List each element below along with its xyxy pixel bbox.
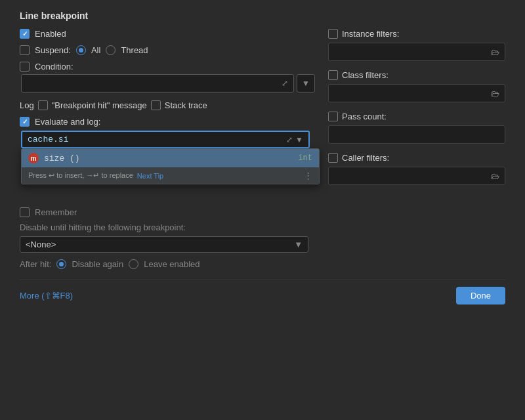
folder-icon[interactable]: 🗁 [491,171,499,181]
suspend-thread-radio[interactable] [106,45,116,55]
condition-checkbox[interactable] [20,62,30,72]
next-tip-link[interactable]: Next Tip [137,172,163,180]
more-options-icon[interactable]: ⋮ [304,171,312,180]
after-hit-label: After hit: [20,259,51,269]
suspend-checkbox[interactable] [20,45,30,55]
folder-icon[interactable]: 🗁 [491,89,499,98]
autocomplete-footer: Press ↩ to insert, →↵ to replace Next Ti… [22,167,319,184]
log-label: Log [20,100,34,110]
class-filters-checkbox[interactable] [328,70,338,80]
class-filters-label: Class filters: [342,70,388,80]
caller-filters-checkbox[interactable] [328,153,338,163]
caller-filters-label: Caller filters: [342,153,389,163]
stack-trace-checkbox[interactable] [151,100,161,110]
caller-filters-input[interactable]: 🗁 [328,167,505,185]
condition-input[interactable] [27,79,282,89]
condition-dropdown[interactable]: ▼ [297,74,315,93]
dialog-title: Line breakpoint [20,10,505,21]
remember-label: Remember [35,207,77,217]
eval-input-text: cache.si [28,135,284,144]
more-link[interactable]: More (⇧⌘F8) [20,291,73,301]
suspend-thread-label: Thread [121,45,148,55]
eval-input-box[interactable]: cache.si ⤢ ▼ [21,131,310,148]
stack-trace-label: Stack trace [165,100,207,110]
chevron-down-icon: ▼ [294,240,303,249]
expand-icon[interactable]: ⤢ [282,79,288,88]
suspend-all-label: All [91,45,100,55]
breakpoint-hit-label: "Breakpoint hit" message [52,100,147,110]
pass-count-checkbox[interactable] [328,112,338,121]
enabled-label: Enabled [35,29,66,39]
autocomplete-item[interactable]: m size () int [22,149,319,167]
folder-icon[interactable]: 🗁 [491,47,499,57]
disable-until-select[interactable]: <None> ▼ [20,236,308,253]
instance-filters-checkbox[interactable] [328,29,338,39]
disable-again-label: Disable again [72,259,123,269]
pass-count-input[interactable] [328,125,505,144]
condition-label: Condition: [35,62,74,72]
code-cache: cache [28,135,53,144]
instance-filters-input[interactable]: 🗁 [328,43,505,61]
remember-checkbox[interactable] [20,207,30,217]
class-filters-input[interactable]: 🗁 [328,84,505,102]
enabled-checkbox[interactable] [20,29,30,39]
pass-count-label: Pass count: [342,112,387,121]
code-si: si [58,135,69,144]
leave-enabled-radio[interactable] [129,259,138,269]
disable-until-label: Disable until hitting the following brea… [20,222,315,232]
method-type: int [298,154,312,163]
autocomplete-popup: m size () int Press ↩ to insert, →↵ to r… [21,148,320,184]
breakpoint-hit-checkbox[interactable] [38,100,48,110]
method-icon: m [28,153,39,163]
suspend-all-radio[interactable] [76,45,86,55]
disable-until-value: <None> [26,240,56,249]
eval-chevron-icon[interactable]: ▼ [295,135,303,144]
leave-enabled-label: Leave enabled [144,259,200,269]
instance-filters-label: Instance filters: [342,29,399,39]
chevron-down-icon: ▼ [302,79,310,88]
footer-hint: Press ↩ to insert, →↵ to replace [28,171,133,180]
evaluate-log-checkbox[interactable] [20,117,30,127]
eval-expand-icon[interactable]: ⤢ [286,135,293,144]
evaluate-log-label: Evaluate and log: [35,117,100,127]
done-button[interactable]: Done [456,287,505,304]
method-name: size () [44,154,80,163]
suspend-label: Suspend: [35,45,71,55]
disable-again-radio[interactable] [56,259,66,269]
